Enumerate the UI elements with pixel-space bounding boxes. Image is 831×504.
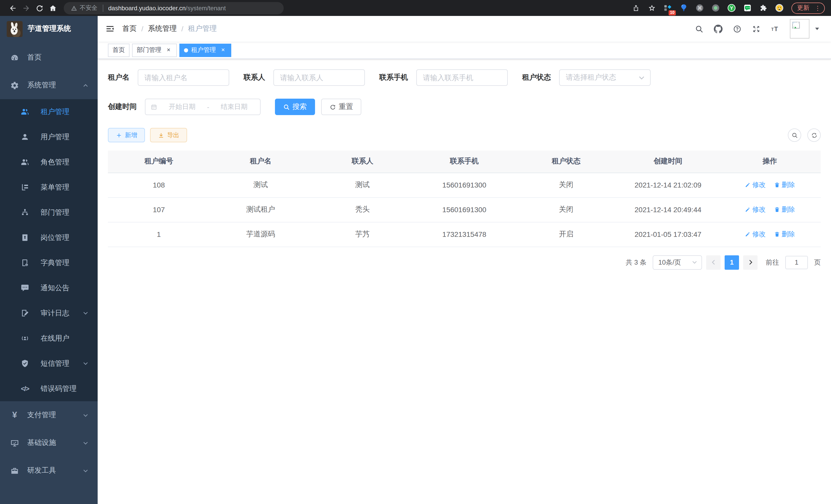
delete-link[interactable]: 删除 xyxy=(774,230,795,239)
kebab-menu-icon[interactable]: ⋮ xyxy=(813,4,822,11)
goto-page-input[interactable] xyxy=(785,256,808,269)
extension-chat-icon[interactable] xyxy=(742,2,753,13)
update-button[interactable]: 更新 ⋮ xyxy=(792,2,825,13)
page-size-select[interactable]: 10条/页 xyxy=(653,255,702,269)
sidebar-item-menu-management[interactable]: 菜单管理 xyxy=(0,175,98,200)
cell-contact: 秃头 xyxy=(312,197,413,222)
sidebar-menu: 首页系统管理租户管理用户管理角色管理菜单管理部门管理岗位管理字典管理通知公告审计… xyxy=(0,41,98,484)
sidebar-item-notice[interactable]: 通知公告 xyxy=(0,275,98,301)
sidebar-item-error-code-management[interactable]: </>错误码管理 xyxy=(0,376,98,401)
extension-yuque-icon[interactable]: Y xyxy=(726,2,737,13)
dashboard-icon xyxy=(10,53,19,62)
font-size-icon[interactable]: TT xyxy=(771,24,780,33)
sidebar-item-home[interactable]: 首页 xyxy=(0,44,98,71)
extension-record-icon[interactable] xyxy=(710,2,721,13)
sidebar-item-dict-management[interactable]: 字典管理 xyxy=(0,250,98,275)
refresh-table-icon[interactable] xyxy=(807,128,821,142)
dict-icon xyxy=(21,259,29,267)
sidebar-item-pay-management[interactable]: ¥支付管理 xyxy=(0,401,98,429)
breadcrumb-item[interactable]: 系统管理 xyxy=(148,24,177,33)
svg-text:T: T xyxy=(774,25,778,32)
sidebar-item-label: 菜单管理 xyxy=(40,183,69,192)
close-icon[interactable]: × xyxy=(165,47,172,54)
cell-id: 108 xyxy=(108,173,210,197)
column-header: 联系手机 xyxy=(413,151,515,173)
tenant-status-select[interactable]: 请选择租户状态 xyxy=(559,69,651,86)
code-icon: </> xyxy=(21,384,29,393)
sidebar-item-online-user[interactable]: 在线用户 xyxy=(0,326,98,351)
github-icon[interactable] xyxy=(714,24,722,33)
fold-sidebar-icon[interactable] xyxy=(98,16,122,41)
toolbox-icon xyxy=(10,466,19,475)
tab-label: 首页 xyxy=(113,46,125,55)
delete-link[interactable]: 删除 xyxy=(774,205,795,214)
address-bar[interactable]: 不安全 dashboard.yudao.iocoder.cn/system/te… xyxy=(64,2,284,14)
sidebar-item-infrastructure[interactable]: 基础设施 xyxy=(0,429,98,457)
sidebar-item-label: 支付管理 xyxy=(27,411,56,420)
sidebar-item-dev-tools[interactable]: 研发工具 xyxy=(0,457,98,484)
reset-button[interactable]: 重置 xyxy=(321,99,361,115)
extensions-puzzle-icon[interactable] xyxy=(757,2,769,13)
tab-home[interactable]: 首页 xyxy=(108,43,130,57)
extension-balloon-icon[interactable] xyxy=(678,2,689,13)
sidebar-item-role-management[interactable]: 角色管理 xyxy=(0,149,98,175)
page-1-button[interactable]: 1 xyxy=(725,255,739,269)
next-page-button[interactable] xyxy=(743,255,757,269)
profile-avatar-icon[interactable] xyxy=(773,2,785,13)
peoples-icon xyxy=(21,158,29,167)
tenant-name-input[interactable] xyxy=(138,69,229,86)
export-button[interactable]: 导出 xyxy=(150,128,187,142)
help-icon[interactable] xyxy=(733,24,742,33)
close-icon[interactable]: × xyxy=(220,47,227,54)
contact-name-input[interactable] xyxy=(274,69,365,86)
edit-icon xyxy=(745,207,751,213)
sidebar-item-label: 首页 xyxy=(27,53,41,62)
cell-created: 2021-12-14 21:02:09 xyxy=(617,173,719,197)
tab-dept-management[interactable]: 部门管理× xyxy=(132,43,177,57)
breadcrumb-item[interactable]: 首页 xyxy=(122,24,137,33)
chevron-up-icon xyxy=(83,83,88,88)
gear-icon xyxy=(10,81,19,90)
sidebar-item-dept-management[interactable]: 部门管理 xyxy=(0,200,98,225)
fullscreen-icon[interactable] xyxy=(752,24,761,33)
sidebar-item-tenant-management[interactable]: 租户管理 xyxy=(0,99,98,124)
prev-page-button[interactable] xyxy=(706,255,720,269)
share-icon[interactable] xyxy=(630,2,641,13)
browser-back-icon[interactable] xyxy=(6,1,20,14)
browser-toolbar: 不安全 dashboard.yudao.iocoder.cn/system/te… xyxy=(0,0,831,16)
contact-mobile-input[interactable] xyxy=(416,69,508,86)
sidebar-item-sms-management[interactable]: 短信管理 xyxy=(0,351,98,376)
edit-link[interactable]: 修改 xyxy=(745,205,766,214)
sidebar-item-audit-log[interactable]: 审计日志 xyxy=(0,301,98,326)
page-content: 租户名联系人联系手机租户状态请选择租户状态 创建时间 开始日期 - 结束日期 xyxy=(98,59,831,504)
sidebar-item-post-management[interactable]: 岗位管理 xyxy=(0,225,98,250)
browser-forward-icon[interactable] xyxy=(20,1,33,14)
browser-reload-icon[interactable] xyxy=(33,1,46,14)
browser-home-icon[interactable] xyxy=(46,1,60,14)
tab-label: 租户管理 xyxy=(191,46,216,55)
edit-link[interactable]: 修改 xyxy=(745,230,766,239)
divider xyxy=(103,4,103,11)
url-path: /system/tenant xyxy=(186,4,226,11)
search-icon[interactable] xyxy=(695,24,704,33)
sidebar-item-system-management[interactable]: 系统管理 xyxy=(0,71,98,99)
active-tab-dot xyxy=(184,48,188,52)
user-icon xyxy=(21,132,29,141)
edit-link[interactable]: 修改 xyxy=(745,180,766,189)
user-avatar-menu[interactable] xyxy=(790,19,820,38)
search-button[interactable]: 搜索 xyxy=(275,99,315,115)
delete-link[interactable]: 删除 xyxy=(774,180,795,189)
not-secure-indicator[interactable]: 不安全 xyxy=(71,4,97,12)
sidebar-item-user-management[interactable]: 用户管理 xyxy=(0,124,98,149)
table-row: 1芋道源码芋艿17321315478开启2021-01-05 17:03:47修… xyxy=(108,222,821,246)
extension-command-icon[interactable]: ⌘ xyxy=(694,2,705,13)
tab-tenant-management[interactable]: 租户管理× xyxy=(179,43,231,57)
bookmark-star-icon[interactable] xyxy=(646,2,657,13)
cell-created: 2021-01-05 17:03:47 xyxy=(617,222,719,246)
add-button[interactable]: 新增 xyxy=(108,128,145,142)
cell-name: 测试 xyxy=(210,173,311,197)
tenant-name-label: 租户名 xyxy=(108,73,130,82)
create-time-range-input[interactable]: 开始日期 - 结束日期 xyxy=(145,99,261,115)
toggle-search-icon[interactable] xyxy=(788,128,801,142)
extension-bookmark-diamond-icon[interactable]: 10 xyxy=(662,2,673,13)
